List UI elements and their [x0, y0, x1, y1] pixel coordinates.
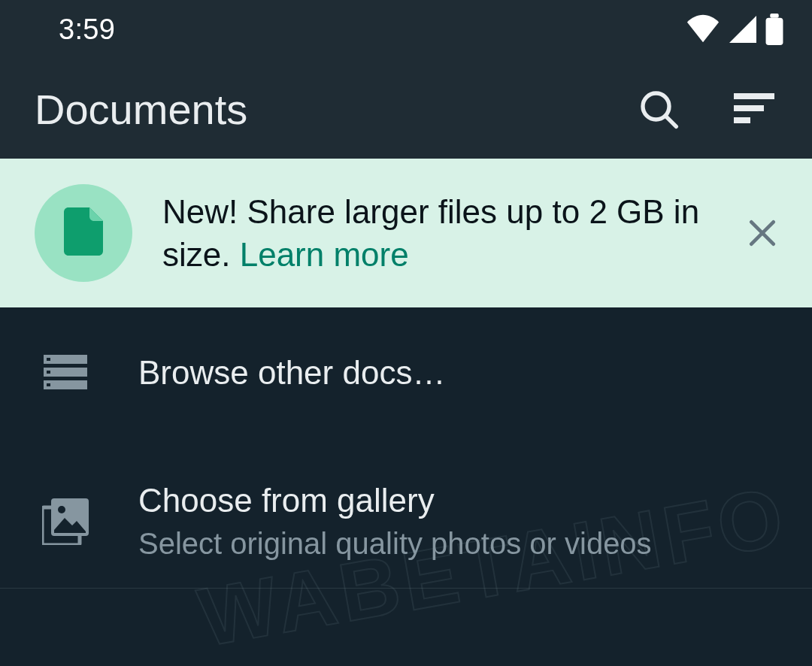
- banner-icon-circle: [35, 184, 132, 282]
- banner-text: New! Share larger files up to 2 GB in si…: [162, 190, 708, 276]
- svg-rect-1: [766, 18, 783, 45]
- svg-rect-0: [770, 14, 778, 18]
- divider: [0, 588, 812, 589]
- wifi-icon: [686, 14, 720, 44]
- choose-from-gallery-item[interactable]: Choose from gallery Select original qual…: [0, 446, 812, 588]
- storage-icon: [44, 355, 87, 391]
- browse-docs-label: Browse other docs…: [138, 354, 777, 392]
- status-time: 3:59: [59, 14, 115, 46]
- svg-rect-6: [734, 117, 750, 123]
- content: Browse other docs… Choose from gallery S…: [0, 307, 812, 589]
- svg-line-3: [666, 117, 677, 127]
- gallery-icon: [42, 498, 89, 545]
- search-icon: [638, 88, 680, 130]
- svg-rect-4: [734, 93, 774, 99]
- status-icons: [686, 14, 783, 45]
- close-icon: [746, 216, 779, 250]
- gallery-label: Choose from gallery: [138, 482, 777, 519]
- svg-rect-14: [47, 383, 50, 386]
- banner-close-button[interactable]: [738, 209, 786, 257]
- svg-rect-12: [47, 358, 50, 361]
- app-bar-actions: [638, 88, 774, 130]
- search-button[interactable]: [638, 88, 680, 130]
- browse-other-docs-item[interactable]: Browse other docs…: [0, 307, 812, 446]
- page-title: Documents: [35, 85, 638, 134]
- sort-button[interactable]: [734, 93, 774, 125]
- document-icon: [64, 207, 103, 259]
- app-bar: Documents: [0, 59, 812, 159]
- status-bar: 3:59: [0, 0, 812, 59]
- cellular-icon: [728, 14, 758, 44]
- svg-point-17: [58, 506, 65, 513]
- gallery-subtitle: Select original quality photos or videos: [138, 527, 777, 561]
- svg-rect-13: [47, 371, 50, 374]
- svg-rect-5: [734, 105, 764, 111]
- info-banner: New! Share larger files up to 2 GB in si…: [0, 159, 812, 307]
- banner-learn-more-link[interactable]: Learn more: [240, 236, 409, 273]
- battery-icon: [765, 14, 783, 45]
- sort-icon: [734, 93, 774, 125]
